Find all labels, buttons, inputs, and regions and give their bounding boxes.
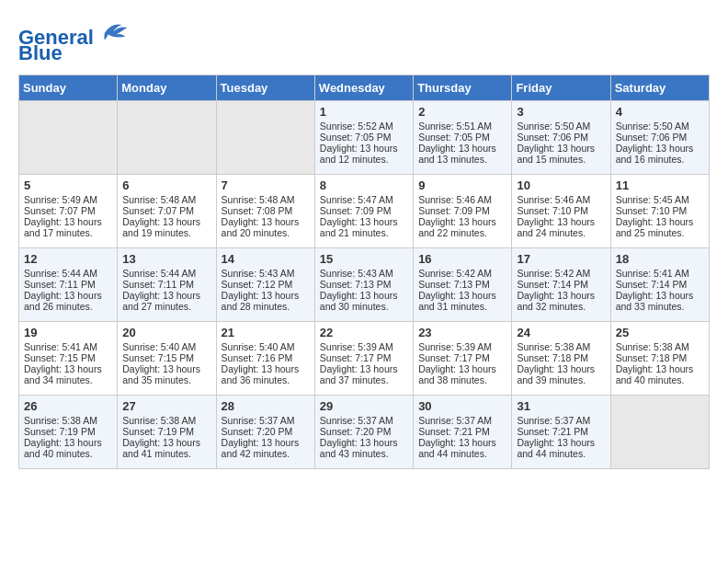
cell-info-line: Sunrise: 5:42 AM: [418, 268, 506, 279]
day-number: 12: [24, 252, 112, 266]
cell-info-line: Sunrise: 5:47 AM: [320, 194, 408, 205]
calendar-cell: [118, 101, 216, 175]
cell-info-line: Daylight: 13 hours and 33 minutes.: [616, 290, 704, 312]
day-number: 26: [24, 399, 112, 413]
day-number: 13: [122, 252, 210, 266]
cell-info-line: Sunrise: 5:39 AM: [418, 341, 506, 352]
cell-info-line: Daylight: 13 hours and 25 minutes.: [616, 216, 704, 238]
day-number: 15: [320, 252, 408, 266]
cell-info-line: Sunset: 7:16 PM: [222, 352, 310, 363]
calendar-cell: 25Sunrise: 5:38 AMSunset: 7:18 PMDayligh…: [610, 322, 709, 396]
cell-info-line: Sunset: 7:21 PM: [418, 426, 506, 437]
calendar-cell: 28Sunrise: 5:37 AMSunset: 7:20 PMDayligh…: [216, 396, 314, 469]
cell-info-line: Sunrise: 5:50 AM: [517, 121, 605, 132]
day-number: 22: [320, 326, 408, 339]
cell-info-line: Sunset: 7:19 PM: [24, 426, 112, 437]
cell-info-line: Sunset: 7:12 PM: [222, 279, 310, 290]
cell-info-line: Daylight: 13 hours and 37 minutes.: [320, 363, 408, 385]
cell-info-line: Daylight: 13 hours and 36 minutes.: [222, 363, 310, 385]
cell-info-line: Sunrise: 5:43 AM: [320, 268, 408, 279]
day-number: 4: [616, 105, 704, 119]
day-number: 21: [222, 326, 310, 339]
day-number: 17: [517, 252, 605, 266]
cell-info-line: Daylight: 13 hours and 16 minutes.: [616, 143, 704, 165]
cell-info-line: Sunset: 7:10 PM: [517, 205, 605, 216]
day-number: 19: [24, 326, 112, 339]
calendar-cell: 7Sunrise: 5:48 AMSunset: 7:08 PMDaylight…: [216, 175, 314, 248]
cell-info-line: Sunrise: 5:43 AM: [222, 268, 310, 279]
cell-info-line: Sunset: 7:14 PM: [616, 279, 704, 290]
cell-info-line: Daylight: 13 hours and 20 minutes.: [222, 216, 310, 238]
day-number: 27: [122, 399, 210, 413]
day-header-thursday: Thursday: [414, 75, 512, 101]
cell-info-line: Sunset: 7:11 PM: [122, 279, 210, 290]
cell-info-line: Sunset: 7:09 PM: [320, 205, 408, 216]
day-number: 30: [418, 399, 506, 413]
day-header-friday: Friday: [512, 75, 610, 101]
cell-info-line: Daylight: 13 hours and 38 minutes.: [418, 363, 506, 385]
cell-info-line: Daylight: 13 hours and 42 minutes.: [222, 437, 310, 459]
cell-info-line: Daylight: 13 hours and 17 minutes.: [24, 216, 112, 238]
cell-info-line: Sunset: 7:10 PM: [616, 205, 704, 216]
cell-info-line: Sunrise: 5:48 AM: [222, 194, 310, 205]
cell-info-line: Sunset: 7:06 PM: [616, 132, 704, 143]
day-number: 9: [418, 178, 506, 192]
cell-info-line: Sunrise: 5:44 AM: [24, 268, 112, 279]
calendar-cell: 4Sunrise: 5:50 AMSunset: 7:06 PMDaylight…: [610, 101, 709, 175]
calendar-cell: 1Sunrise: 5:52 AMSunset: 7:05 PMDaylight…: [314, 101, 413, 175]
cell-info-line: Sunrise: 5:38 AM: [517, 341, 605, 352]
cell-info-line: Daylight: 13 hours and 21 minutes.: [320, 216, 408, 238]
calendar-week-row: 1Sunrise: 5:52 AMSunset: 7:05 PMDaylight…: [19, 101, 710, 175]
cell-info-line: Daylight: 13 hours and 27 minutes.: [122, 290, 210, 312]
day-number: 18: [616, 252, 704, 266]
calendar-cell: 15Sunrise: 5:43 AMSunset: 7:13 PMDayligh…: [314, 248, 413, 322]
cell-info-line: Daylight: 13 hours and 43 minutes.: [320, 437, 408, 459]
calendar-cell: 2Sunrise: 5:51 AMSunset: 7:05 PMDaylight…: [414, 101, 512, 175]
logo: General Blue: [18, 18, 129, 65]
cell-info-line: Sunset: 7:07 PM: [24, 205, 112, 216]
day-number: 29: [320, 399, 408, 413]
day-header-saturday: Saturday: [610, 75, 709, 101]
cell-info-line: Sunset: 7:07 PM: [122, 205, 210, 216]
cell-info-line: Sunrise: 5:38 AM: [24, 415, 112, 426]
cell-info-line: Sunset: 7:05 PM: [320, 132, 408, 143]
cell-info-line: Sunrise: 5:39 AM: [320, 341, 408, 352]
cell-info-line: Daylight: 13 hours and 44 minutes.: [418, 437, 506, 459]
cell-info-line: Daylight: 13 hours and 41 minutes.: [122, 437, 210, 459]
cell-info-line: Sunset: 7:18 PM: [517, 352, 605, 363]
calendar-cell: [216, 101, 314, 175]
cell-info-line: Sunrise: 5:42 AM: [517, 268, 605, 279]
day-number: 8: [320, 178, 408, 192]
calendar-cell: 21Sunrise: 5:40 AMSunset: 7:16 PMDayligh…: [216, 322, 314, 396]
cell-info-line: Sunrise: 5:44 AM: [122, 268, 210, 279]
cell-info-line: Sunrise: 5:38 AM: [122, 415, 210, 426]
day-number: 10: [517, 178, 605, 192]
day-number: 14: [222, 252, 310, 266]
cell-info-line: Sunset: 7:13 PM: [320, 279, 408, 290]
cell-info-line: Daylight: 13 hours and 44 minutes.: [517, 437, 605, 459]
cell-info-line: Sunset: 7:13 PM: [418, 279, 506, 290]
cell-info-line: Daylight: 13 hours and 30 minutes.: [320, 290, 408, 312]
calendar-cell: 16Sunrise: 5:42 AMSunset: 7:13 PMDayligh…: [414, 248, 512, 322]
calendar-week-row: 12Sunrise: 5:44 AMSunset: 7:11 PMDayligh…: [19, 248, 710, 322]
cell-info-line: Sunrise: 5:40 AM: [222, 341, 310, 352]
calendar-cell: 6Sunrise: 5:48 AMSunset: 7:07 PMDaylight…: [118, 175, 216, 248]
cell-info-line: Sunrise: 5:37 AM: [418, 415, 506, 426]
cell-info-line: Daylight: 13 hours and 28 minutes.: [222, 290, 310, 312]
cell-info-line: Sunrise: 5:37 AM: [320, 415, 408, 426]
cell-info-line: Sunrise: 5:49 AM: [24, 194, 112, 205]
day-number: 6: [122, 178, 210, 192]
day-number: 11: [616, 178, 704, 192]
cell-info-line: Daylight: 13 hours and 39 minutes.: [517, 363, 605, 385]
cell-info-line: Sunset: 7:08 PM: [222, 205, 310, 216]
cell-info-line: Sunrise: 5:45 AM: [616, 194, 704, 205]
cell-info-line: Daylight: 13 hours and 31 minutes.: [418, 290, 506, 312]
cell-info-line: Sunset: 7:05 PM: [418, 132, 506, 143]
calendar-cell: [19, 101, 118, 175]
calendar-cell: 27Sunrise: 5:38 AMSunset: 7:19 PMDayligh…: [118, 396, 216, 469]
cell-info-line: Daylight: 13 hours and 24 minutes.: [517, 216, 605, 238]
cell-info-line: Sunset: 7:21 PM: [517, 426, 605, 437]
cell-info-line: Daylight: 13 hours and 34 minutes.: [24, 363, 112, 385]
calendar-cell: 29Sunrise: 5:37 AMSunset: 7:20 PMDayligh…: [314, 396, 413, 469]
calendar-cell: 9Sunrise: 5:46 AMSunset: 7:09 PMDaylight…: [414, 175, 512, 248]
